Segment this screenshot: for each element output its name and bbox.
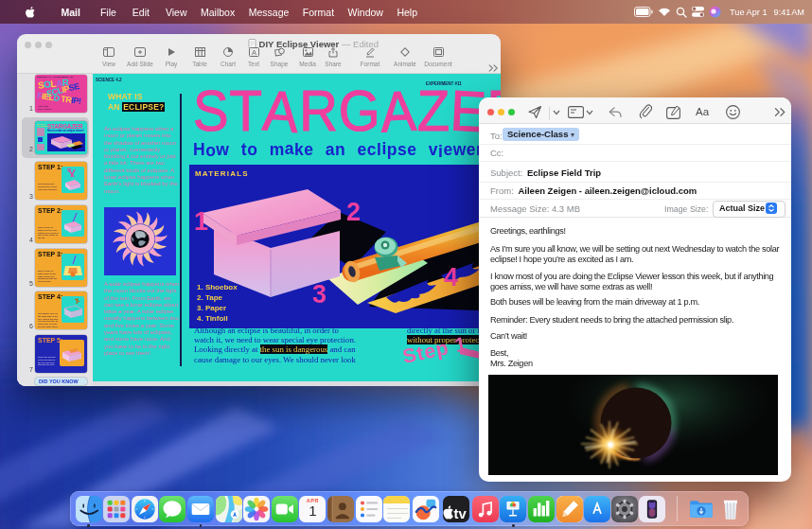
svg-text:tv: tv xyxy=(454,505,468,520)
svg-text:A: A xyxy=(251,48,256,57)
